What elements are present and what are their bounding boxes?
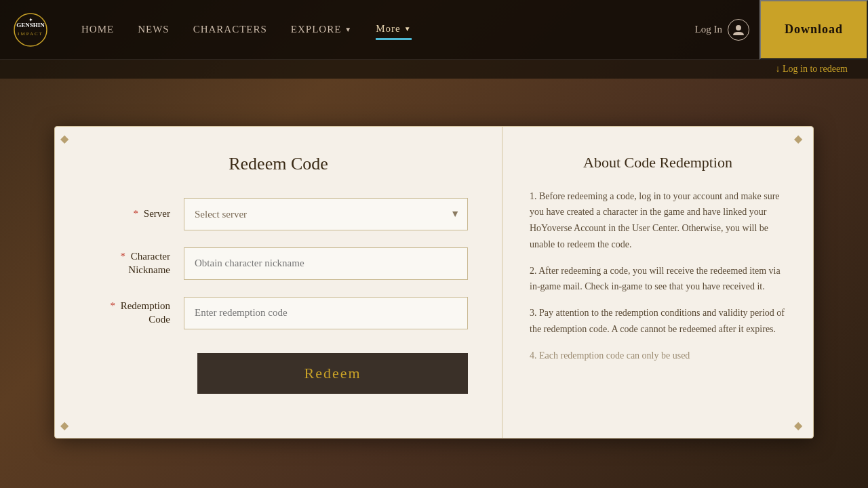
corner-decoration-tl: ◆ xyxy=(60,132,74,146)
redemption-required-star: * xyxy=(110,300,115,311)
svg-point-4 xyxy=(736,25,741,30)
main-content: ◆ ◆ ◆ ◆ Redeem Code * Server Select serv… xyxy=(0,79,868,485)
corner-decoration-bl: ◆ xyxy=(60,419,74,432)
server-form-group: * Server Select server America Europe As… xyxy=(89,198,468,230)
redeem-right-panel: About Code Redemption 1. Before redeemin… xyxy=(502,127,813,438)
server-select[interactable]: Select server America Europe Asia TW, HK… xyxy=(184,198,468,230)
server-required-star: * xyxy=(134,208,139,219)
nav-characters[interactable]: CHARACTERS xyxy=(193,20,267,39)
info-paragraph-3: 3. Pay attention to the redemption condi… xyxy=(530,305,786,338)
explore-dropdown-icon: ▼ xyxy=(344,26,352,33)
genshin-logo-icon: GENSHIN IMPACT ✦ xyxy=(14,13,47,47)
redeem-button-group: Redeem xyxy=(197,346,468,394)
nav-explore[interactable]: EXPLORE ▼ xyxy=(291,20,352,39)
redeem-button[interactable]: Redeem xyxy=(197,353,468,394)
character-label: * CharacterNickname xyxy=(89,250,184,277)
character-nickname-input[interactable] xyxy=(184,247,468,280)
redemption-form-group: * RedemptionCode xyxy=(89,297,468,329)
header: GENSHIN IMPACT ✦ HOME NEWS CHARACTERS EX… xyxy=(0,0,868,60)
redeem-left-panel: Redeem Code * Server Select server Ameri… xyxy=(55,127,502,438)
nav-news[interactable]: NEWS xyxy=(138,20,170,39)
login-redeem-link[interactable]: ↓ Log in to redeem xyxy=(775,64,848,75)
server-select-wrapper: Select server America Europe Asia TW, HK… xyxy=(184,198,468,230)
header-right: Log In Download xyxy=(695,0,854,60)
svg-text:IMPACT: IMPACT xyxy=(18,30,43,36)
more-dropdown-icon: ▼ xyxy=(404,25,412,33)
info-paragraph-1: 1. Before redeeming a code, log in to yo… xyxy=(530,188,786,253)
redeem-title: Redeem Code xyxy=(89,154,468,174)
nav-more[interactable]: More ▼ xyxy=(376,20,411,40)
nav-home[interactable]: HOME xyxy=(81,20,114,39)
character-form-group: * CharacterNickname xyxy=(89,247,468,280)
server-label: * Server xyxy=(89,207,184,221)
download-button[interactable]: Download xyxy=(760,0,868,60)
info-paragraph-4: 4. Each redemption code can only be used xyxy=(530,348,786,364)
character-required-star: * xyxy=(120,251,125,262)
info-text: 1. Before redeeming a code, log in to yo… xyxy=(530,188,786,364)
user-avatar-icon xyxy=(728,19,749,41)
redeem-modal: ◆ ◆ ◆ ◆ Redeem Code * Server Select serv… xyxy=(54,126,814,439)
main-nav: HOME NEWS CHARACTERS EXPLORE ▼ More ▼ xyxy=(81,20,695,40)
logo[interactable]: GENSHIN IMPACT ✦ xyxy=(14,13,54,47)
login-redeem-bar: ↓ Log in to redeem xyxy=(0,60,868,79)
info-paragraph-2: 2. After redeeming a code, you will rece… xyxy=(530,263,786,296)
login-button[interactable]: Log In xyxy=(695,19,749,41)
right-panel-title: About Code Redemption xyxy=(530,154,786,171)
redemption-code-input[interactable] xyxy=(184,297,468,329)
redemption-label: * RedemptionCode xyxy=(89,300,184,326)
svg-text:✦: ✦ xyxy=(28,16,33,22)
